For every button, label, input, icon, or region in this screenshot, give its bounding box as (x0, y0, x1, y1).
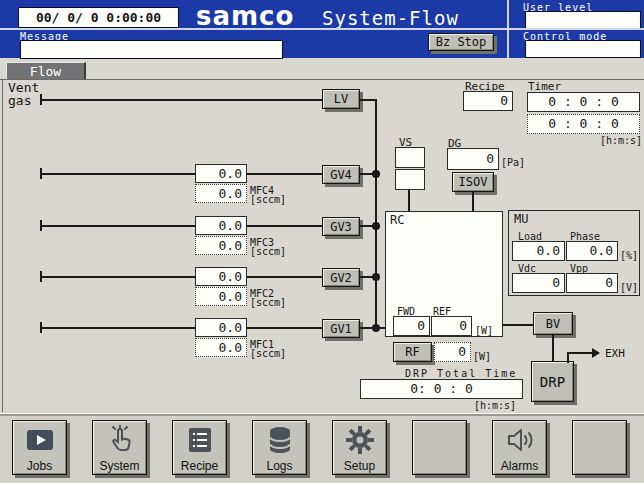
list-icon (185, 425, 215, 455)
rf-button[interactable]: RF (393, 342, 432, 362)
pipe (567, 352, 593, 354)
pipe-junction (372, 273, 380, 281)
pipe-bus (375, 99, 377, 329)
pipe (42, 327, 195, 329)
logs-button-label: Logs (266, 460, 292, 473)
mfc4-units-label: [sccm] (250, 195, 286, 205)
database-icon (265, 425, 295, 455)
gv1-valve-button[interactable]: GV1 (322, 319, 360, 338)
mfc3-actual-display: 0.0 (195, 216, 247, 235)
header-divider (0, 28, 507, 30)
alarms-button[interactable]: Alarms (492, 420, 547, 475)
isov-valve-button[interactable]: ISOV (452, 172, 494, 192)
mu-vpp-display: 0 (566, 273, 618, 293)
pipe (503, 324, 533, 326)
recipe-button-label: Recipe (181, 460, 218, 473)
mu-load-display: 0.0 (512, 241, 565, 261)
mfc1-setpoint-display[interactable]: 0.0 (195, 338, 247, 357)
pipe-junction (372, 324, 380, 332)
exh-label: EXH (605, 348, 625, 359)
rf-fwd-power-display: 0 (393, 316, 430, 336)
mfc1-actual-display: 0.0 (195, 318, 247, 337)
mu-percent-units-label: [%] (620, 251, 638, 261)
pipe (408, 190, 410, 212)
rf-ref-power-display: 0 (431, 316, 472, 336)
page-title: System-Flow (322, 7, 459, 29)
timer-setpoint-display: 0 : 0 : 0 (527, 114, 640, 134)
mu-label: MU (514, 214, 528, 225)
blank-button-1[interactable] (412, 420, 467, 475)
header-bar: 00/ 0/ 0 0:00:00 samco System-Flow Messa… (0, 0, 644, 58)
timer-label: Timer (528, 81, 561, 92)
mfc2-units-label: [sccm] (250, 298, 286, 308)
drp-total-time-units-label: [h:m:s] (474, 401, 516, 411)
exh-arrow-icon (592, 348, 600, 358)
gear-icon (345, 425, 375, 455)
mfc3-units-label: [sccm] (250, 247, 286, 257)
pipe (42, 225, 195, 227)
mfc3-setpoint-display[interactable]: 0.0 (195, 236, 247, 255)
gv3-valve-button[interactable]: GV3 (322, 217, 360, 236)
dg-units-label: [Pa] (501, 158, 525, 168)
blank-button-2[interactable] (572, 420, 627, 475)
rf-setpoint-display[interactable]: 0 (434, 342, 471, 362)
pointer-icon (105, 425, 135, 455)
vs-indicator-2 (395, 169, 425, 190)
mfc2-actual-display: 0.0 (195, 267, 247, 286)
pipe (247, 225, 322, 227)
mu-vdc-display: 0 (512, 273, 565, 293)
message-field (20, 40, 283, 59)
pipe (42, 173, 195, 175)
pipe (247, 276, 322, 278)
pipe (247, 173, 322, 175)
drp-pump-button[interactable]: DRP (531, 361, 574, 402)
jobs-button-label: Jobs (27, 460, 52, 473)
hmi-screen: 00/ 0/ 0 0:00:00 samco System-Flow Messa… (0, 0, 644, 483)
lv-valve-button[interactable]: LV (322, 89, 360, 109)
rf-units-label: [W] (473, 352, 491, 362)
mfc4-actual-display: 0.0 (195, 164, 247, 183)
pipe-junction (372, 222, 380, 230)
recipe-number-display: 0 (463, 91, 513, 111)
pipe (247, 327, 322, 329)
bz-stop-button[interactable]: Bz Stop (428, 33, 494, 51)
system-button[interactable]: System (92, 420, 147, 475)
mu-phase-display: 0.0 (566, 241, 618, 261)
recipe-button[interactable]: Recipe (172, 420, 227, 475)
tab-flow[interactable]: Flow (6, 62, 86, 80)
pipe (42, 99, 322, 101)
samco-logo: samco (196, 4, 294, 28)
timer-current-display: 0 : 0 : 0 (527, 92, 640, 112)
main-left-border (2, 79, 3, 412)
gv2-valve-button[interactable]: GV2 (322, 268, 360, 287)
speaker-icon (505, 425, 535, 455)
play-icon (25, 425, 55, 455)
fwd-ref-units-label: [W] (475, 326, 493, 336)
vent-gas-label-2: gas (8, 95, 31, 106)
mfc1-units-label: [sccm] (250, 349, 286, 359)
mfc4-setpoint-display[interactable]: 0.0 (195, 184, 247, 203)
nav-bar: Jobs System Recipe (0, 413, 644, 483)
pipe-junction (372, 170, 380, 178)
pipe (552, 335, 554, 362)
alarms-button-label: Alarms (501, 460, 538, 473)
pipe (472, 192, 474, 212)
mfc2-setpoint-display[interactable]: 0.0 (195, 287, 247, 306)
drp-total-time-display: 0: 0 : 0 (360, 379, 523, 399)
mu-volt-units-label: [V] (620, 283, 638, 293)
pipe (42, 276, 195, 278)
system-button-label: System (99, 460, 139, 473)
bv-valve-button[interactable]: BV (533, 312, 573, 335)
gv4-valve-button[interactable]: GV4 (322, 165, 360, 184)
user-level-field (525, 11, 641, 29)
vent-gas-label-1: Vent (8, 82, 39, 93)
control-mode-field (525, 40, 641, 58)
setup-button[interactable]: Setup (332, 420, 387, 475)
logs-button[interactable]: Logs (252, 420, 307, 475)
jobs-button[interactable]: Jobs (12, 420, 67, 475)
rc-label: RC (390, 215, 404, 226)
timer-units-label: [h:m:s] (600, 136, 642, 146)
header-right-divider (507, 28, 644, 30)
dg-pressure-display: 0 (447, 148, 499, 170)
drp-total-time-label: DRP Total Time (405, 369, 517, 379)
